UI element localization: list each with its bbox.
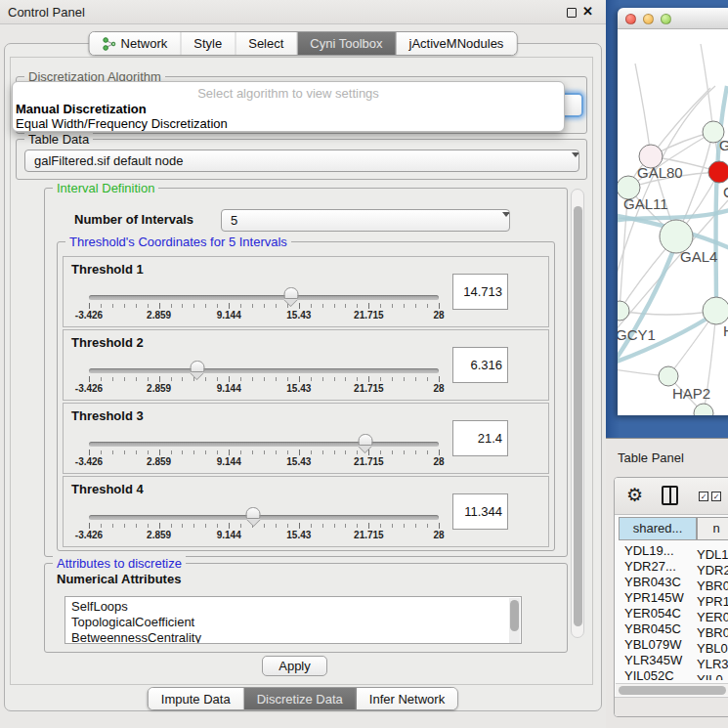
tick-label: 28 <box>433 383 444 394</box>
threshold-2-panel: Threshold 2 -3.426 2.859 9.144 15.43 21.… <box>63 329 549 401</box>
table-horizontal-scrollbar-thumb[interactable] <box>619 686 726 695</box>
tab-infer-network[interactable]: Infer Network <box>357 688 457 709</box>
panel-scrollbar-thumb[interactable] <box>574 206 582 626</box>
column-header-name[interactable]: n <box>697 517 728 540</box>
network-node-label: HAP2 <box>672 385 710 402</box>
table-row[interactable]: YDR27...YDR2 <box>615 559 728 575</box>
tab-cyni-toolbox[interactable]: Cyni Toolbox <box>297 32 396 55</box>
tick-label: 2.859 <box>147 383 171 394</box>
numerical-attributes-list[interactable]: SelfLoops TopologicalCoefficient Between… <box>64 596 522 644</box>
threshold-1-panel: Threshold 1 -3.426 2.859 9.144 15.43 21.… <box>63 256 549 327</box>
table-row[interactable]: YBR043CYBR0 <box>615 575 728 590</box>
threshold-2-value-field[interactable]: 6.316 <box>452 347 508 383</box>
float-window-icon[interactable] <box>567 8 577 18</box>
list-scrollbar[interactable] <box>509 598 520 643</box>
cell: YPR145W <box>624 590 697 606</box>
node-gcy1[interactable] <box>618 301 629 321</box>
tick-label: 9.144 <box>217 383 241 394</box>
list-scrollbar-thumb[interactable] <box>510 600 519 631</box>
node-red-selected[interactable] <box>708 161 728 183</box>
tab-select[interactable]: Select <box>236 32 297 55</box>
table-data-combobox[interactable]: galFiltered.sif default node <box>24 150 579 172</box>
algorithm-option-equal-width[interactable]: Equal Width/Frequency Discretization <box>16 116 228 131</box>
tab-infer-network-label: Infer Network <box>369 692 445 707</box>
table-row[interactable]: YLR345WYLR3 <box>615 653 728 668</box>
gear-icon[interactable]: ⚙ <box>626 484 643 506</box>
tick-label: 28 <box>433 530 444 540</box>
close-traffic-light-icon[interactable] <box>625 14 636 24</box>
tick-label: 15.43 <box>286 456 311 467</box>
slider-minor-ticks <box>89 524 439 528</box>
tab-jactivemnodules[interactable]: jActiveMNodules <box>397 32 517 55</box>
list-item[interactable]: BetweennessCentrality <box>65 630 521 644</box>
tab-style[interactable]: Style <box>181 32 236 55</box>
columns-icon[interactable] <box>662 486 678 505</box>
list-item[interactable]: TopologicalCoefficient <box>65 615 521 630</box>
node-right[interactable] <box>703 297 728 324</box>
zoom-traffic-light-icon[interactable] <box>661 14 671 24</box>
slider-minor-ticks <box>89 377 439 381</box>
threshold-4-slider: -3.426 2.859 9.144 15.43 21.715 28 <box>89 507 439 544</box>
table-row[interactable]: YIL052CYIL0 <box>615 668 728 680</box>
network-node-label: GAL4 <box>680 248 717 265</box>
checkbox-icon[interactable]: ✓ <box>699 492 708 501</box>
tick-label: 9.144 <box>217 530 241 540</box>
table-header: shared... n <box>615 517 728 540</box>
combo-spinner-icon <box>494 214 502 232</box>
number-of-intervals-combobox[interactable]: 5 <box>221 209 510 232</box>
list-item[interactable]: SelfLoops <box>65 599 521 615</box>
table-window: ⚙ ✓ ✓ shared... n YDL19...YDL1 YDR27...Y… <box>614 477 728 717</box>
tab-network-label: Network <box>121 36 168 51</box>
threshold-3-slider: -3.426 2.859 9.144 15.43 21.715 28 <box>89 434 439 471</box>
network-node-label: H <box>723 322 728 339</box>
tab-impute-data[interactable]: Impute Data <box>149 688 244 709</box>
tick-label: 21.715 <box>354 310 384 321</box>
table-data-selected-value: galFiltered.sif default node <box>34 153 183 168</box>
apply-button[interactable]: Apply <box>262 656 327 676</box>
slider-thumb[interactable] <box>246 507 261 519</box>
minimize-traffic-light-icon[interactable] <box>643 14 654 24</box>
cell: YIL0 <box>697 672 723 680</box>
checkbox-icon[interactable]: ✓ <box>711 492 721 501</box>
threshold-3-value-field[interactable]: 21.4 <box>452 420 508 456</box>
table-horizontal-scrollbar[interactable] <box>616 683 728 696</box>
table-row[interactable]: YDL19...YDL1 <box>615 543 728 559</box>
tick-label: 21.715 <box>354 383 384 394</box>
cell: YIL052C <box>624 668 697 680</box>
network-window-titlebar <box>618 8 728 29</box>
table-row[interactable]: YBR045CYBR0 <box>615 621 728 637</box>
threshold-4-value-field[interactable]: 11.344 <box>452 493 508 530</box>
network-node-label: GAL80 <box>637 164 683 181</box>
network-canvas[interactable]: GAL80 GA C GAL11 GAL4 GCY1 H HAP2 <box>618 29 728 415</box>
table-row[interactable]: YBL079WYBL0 <box>615 637 728 653</box>
panel-scrollbar[interactable] <box>571 189 584 638</box>
slider-thumb[interactable] <box>190 361 204 372</box>
network-graph: GAL80 GA C GAL11 GAL4 GCY1 H HAP2 <box>618 29 728 415</box>
slider-thumb[interactable] <box>283 287 298 299</box>
tick-label: 28 <box>433 310 444 321</box>
thresholds-group-title: Threshold's Coordinates for 5 Intervals <box>65 235 291 249</box>
threshold-2-slider: -3.426 2.859 9.144 15.43 21.715 28 <box>89 361 439 398</box>
tab-discretize-data[interactable]: Discretize Data <box>244 688 357 709</box>
close-icon[interactable]: ✕ <box>582 4 593 19</box>
tab-cyni-toolbox-label: Cyni Toolbox <box>310 36 382 51</box>
slider-track[interactable] <box>89 368 439 373</box>
table-row[interactable]: YPR145WYPR1 <box>615 590 728 606</box>
slider-track[interactable] <box>89 295 439 300</box>
column-header-shared-name[interactable]: shared... <box>619 517 697 540</box>
tab-style-label: Style <box>193 36 222 51</box>
tab-network[interactable]: Network <box>90 32 182 55</box>
table-row[interactable]: YER054CYER0 <box>615 606 728 621</box>
threshold-1-label: Threshold 1 <box>71 262 144 277</box>
threshold-1-value-field[interactable]: 14.713 <box>452 274 508 310</box>
node-hap2[interactable] <box>659 366 678 386</box>
algorithm-option-manual[interactable]: Manual Discretization <box>16 102 147 116</box>
slider-track[interactable] <box>89 515 439 520</box>
control-panel: Control Panel ✕ Network Style <box>0 0 606 728</box>
tab-discretize-data-label: Discretize Data <box>257 692 343 707</box>
table-panel-title: Table Panel <box>618 450 684 465</box>
combo-spinner-icon <box>564 154 572 172</box>
slider-track[interactable] <box>89 442 439 447</box>
slider-thumb[interactable] <box>358 434 372 446</box>
cell: YLR345W <box>624 653 697 668</box>
